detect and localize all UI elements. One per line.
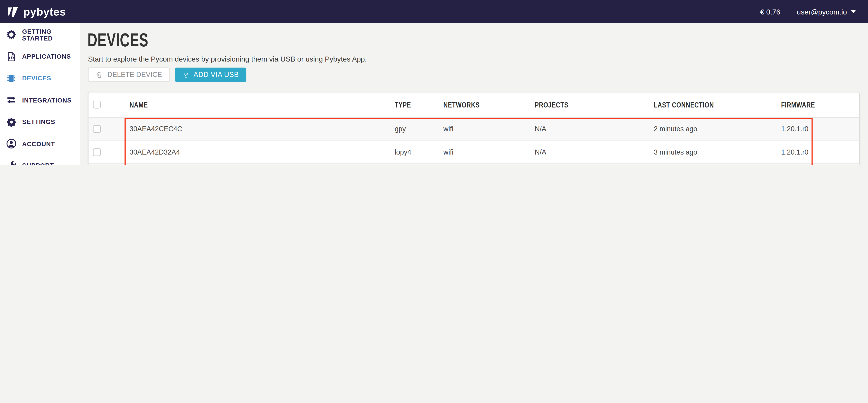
column-header-last-connection: LAST CONNECTION <box>649 93 777 118</box>
cell-networks: wifi <box>439 164 530 165</box>
page-subtitle: Start to explore the Pycom devices by pr… <box>88 55 367 63</box>
page-title: DEVICES <box>88 29 172 51</box>
pybytes-logo-icon <box>8 6 19 17</box>
row-checkbox-cell <box>89 118 125 141</box>
column-header-networks: NETWORKS <box>439 93 530 118</box>
devices-table-card: NAME TYPE NETWORKS PROJECTS LAST CONNECT… <box>88 92 860 165</box>
row-checkbox-cell <box>89 164 125 165</box>
add-via-usb-button[interactable]: ADD VIA USB <box>175 67 247 82</box>
delete-device-button[interactable]: DELETE DEVICE <box>88 67 170 82</box>
user-email: user@pycom.io <box>797 7 847 16</box>
cell-name: 30AEA42D32A4 <box>125 141 390 164</box>
cell-last-connection: 2 minutes ago <box>649 118 777 141</box>
sidebar-item-label: ACCOUNT <box>22 141 55 147</box>
column-header-firmware: FIRMWARE <box>777 93 859 118</box>
column-header-name: NAME <box>125 93 390 118</box>
sidebar-item-account[interactable]: ACCOUNT <box>0 133 80 155</box>
sidebar-item-settings[interactable]: SETTINGS <box>0 111 80 133</box>
cell-type: lopy4 <box>390 164 439 165</box>
cell-networks: wifi <box>439 141 530 164</box>
sidebar-item-getting-started[interactable]: GETTING STARTED <box>0 24 80 45</box>
cell-projects: N/A <box>530 118 649 141</box>
topbar: pybytes € 0.76 user@pycom.io <box>0 0 868 23</box>
cell-name: 30AEA42D32D8 <box>125 164 390 165</box>
sidebar-item-applications[interactable]: APPLICATIONS <box>0 46 80 67</box>
user-circle-icon <box>6 138 17 149</box>
chip-icon <box>6 73 17 84</box>
header-checkbox-cell <box>89 93 125 118</box>
row-checkbox-cell <box>89 141 125 164</box>
sidebar: GETTING STARTEDAPPLICATIONSDEVICESINTEGR… <box>0 23 80 165</box>
cell-firmware: 1.20.1.r0 <box>777 164 859 165</box>
sidebar-item-support[interactable]: SUPPORT <box>0 155 80 165</box>
cell-projects: N/A <box>530 164 649 165</box>
select-all-checkbox[interactable] <box>93 101 101 108</box>
cell-firmware: 1.20.1.r0 <box>777 118 859 141</box>
delete-device-label: DELETE DEVICE <box>107 71 162 79</box>
cell-type: lopy4 <box>390 141 439 164</box>
cell-type: gpy <box>390 118 439 141</box>
table-row[interactable]: 30AEA42CEC4CgpywifiN/A2 minutes ago1.20.… <box>89 118 859 141</box>
code-file-icon <box>6 51 17 62</box>
cell-firmware: 1.20.1.r0 <box>777 141 859 164</box>
caret-down-icon <box>851 10 856 13</box>
transfer-arrows-icon <box>6 95 17 105</box>
sidebar-item-integrations[interactable]: INTEGRATIONS <box>0 89 80 111</box>
row-checkbox[interactable] <box>93 125 101 133</box>
sidebar-item-label: DEVICES <box>22 75 51 82</box>
column-header-type: TYPE <box>390 93 439 118</box>
toolbar: DELETE DEVICE ADD VIA USB <box>88 67 247 82</box>
cell-last-connection: 3 minutes ago <box>649 164 777 165</box>
user-menu[interactable]: user@pycom.io <box>797 7 856 16</box>
main-content: DEVICES Start to explore the Pycom devic… <box>81 23 868 165</box>
table-header-row: NAME TYPE NETWORKS PROJECTS LAST CONNECT… <box>89 93 859 118</box>
sidebar-item-label: INTEGRATIONS <box>22 97 72 103</box>
wrench-icon <box>6 160 17 165</box>
cell-projects: N/A <box>530 141 649 164</box>
pybytes-logo-text: pybytes <box>23 5 66 18</box>
table-row[interactable]: 30AEA42D32A4lopy4wifiN/A3 minutes ago1.2… <box>89 141 859 164</box>
pybytes-logo[interactable]: pybytes <box>8 5 66 18</box>
gear-icon <box>6 117 17 127</box>
trash-icon <box>96 71 103 79</box>
cell-name: 30AEA42CEC4C <box>125 118 390 141</box>
row-checkbox[interactable] <box>93 148 101 156</box>
badge-icon <box>6 29 17 40</box>
app-root: pybytes € 0.76 user@pycom.io GETTING STA… <box>0 0 868 165</box>
sidebar-list: GETTING STARTEDAPPLICATIONSDEVICESINTEGR… <box>0 24 80 165</box>
sidebar-item-label: APPLICATIONS <box>22 53 71 60</box>
cell-networks: wifi <box>439 118 530 141</box>
column-header-projects: PROJECTS <box>530 93 649 118</box>
sidebar-item-label: SUPPORT <box>22 162 54 165</box>
sidebar-item-label: GETTING STARTED <box>22 28 80 41</box>
sidebar-item-label: SETTINGS <box>22 119 55 125</box>
balance-amount[interactable]: € 0.76 <box>760 7 780 16</box>
add-via-usb-label: ADD VIA USB <box>193 71 239 79</box>
topbar-right: € 0.76 user@pycom.io <box>760 7 856 16</box>
sidebar-item-devices[interactable]: DEVICES <box>0 67 80 89</box>
usb-icon <box>182 70 189 80</box>
cell-last-connection: 3 minutes ago <box>649 141 777 164</box>
table-row[interactable]: 30AEA42D32D8lopy4wifiN/A3 minutes ago1.2… <box>89 164 859 165</box>
devices-table: NAME TYPE NETWORKS PROJECTS LAST CONNECT… <box>89 93 859 165</box>
